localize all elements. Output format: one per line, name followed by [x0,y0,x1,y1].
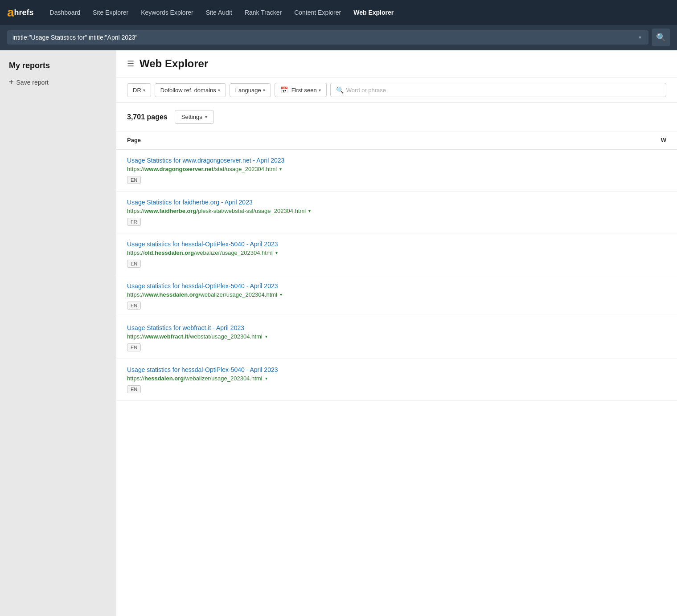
nav-keywords-explorer[interactable]: Keywords Explorer [135,5,199,20]
result-url-4[interactable]: https://www.hessdalen.org/webalizer/usag… [127,291,277,298]
result-url-path-2: /plesk-stat/webstat-ssl/usage_202304.htm… [197,208,306,214]
result-url-6[interactable]: https://hessdalen.org/webalizer/usage_20… [127,375,263,382]
logo[interactable]: a hrefs [7,6,34,19]
result-url-path-1: /stat/usage_202304.html [213,166,277,172]
result-item-3: Usage statistics for hessdal-OptiPlex-50… [116,233,677,275]
settings-chevron: ▾ [205,114,207,119]
result-url-2[interactable]: https://www.faidherbe.org/plesk-stat/web… [127,208,306,214]
filter-dofollow-chevron: ▾ [218,88,220,93]
settings-label: Settings [181,114,202,120]
result-lang-badge-5: EN [127,343,141,351]
nav-web-explorer[interactable]: Web Explorer [348,5,399,20]
result-title-3[interactable]: Usage statistics for hessdal-OptiPlex-50… [127,241,666,248]
nav-content-explorer[interactable]: Content Explorer [289,5,346,20]
result-url-prefix-2: https:// [127,208,144,214]
filter-first-seen[interactable]: 📅 First seen ▾ [275,83,327,97]
result-url-5[interactable]: https://www.webfract.it/webstat/usage_20… [127,333,263,340]
main-layout: My reports + Save report ☰ Web Explorer … [0,50,677,616]
result-url-dropdown-icon-5[interactable]: ▾ [265,334,267,339]
page-title: Web Explorer [140,57,208,70]
filter-dr-chevron: ▾ [143,88,145,93]
result-url-dropdown-icon-1[interactable]: ▾ [279,167,282,171]
filter-language[interactable]: Language ▾ [230,83,271,97]
result-url-path-5: /webstat/usage_202304.html [189,333,263,340]
sidebar: My reports + Save report [0,50,116,616]
result-url-prefix-6: https:// [127,375,144,382]
nav-site-explorer[interactable]: Site Explorer [87,5,134,20]
nav-rank-tracker[interactable]: Rank Tracker [239,5,287,20]
nav-dashboard[interactable]: Dashboard [45,5,86,20]
result-url-1[interactable]: https://www.dragongoserver.net/stat/usag… [127,166,277,172]
result-item-2: Usage Statistics for faidherbe.org - Apr… [116,192,677,233]
col-w-header: W [640,137,666,143]
results-list: Usage Statistics for www.dragongoserver.… [116,150,677,401]
result-lang-badge-4: EN [127,302,141,310]
result-url-path-3: /webalizer/usage_202304.html [194,249,272,256]
result-url-line-4: https://www.hessdalen.org/webalizer/usag… [127,291,666,298]
logo-hrefs: hrefs [14,8,34,16]
table-header: Page W [116,131,677,150]
result-url-line-1: https://www.dragongoserver.net/stat/usag… [127,166,666,172]
result-url-prefix-1: https:// [127,166,144,172]
result-lang-badge-3: EN [127,260,141,268]
filter-word-phrase[interactable]: 🔍 Word or phrase [330,83,666,97]
filter-first-seen-label: First seen [291,87,317,94]
filter-language-label: Language [235,87,261,94]
filters-bar: DR ▾ Dofollow ref. domains ▾ Language ▾ … [116,78,677,103]
result-item-4: Usage statistics for hessdal-OptiPlex-50… [116,275,677,317]
nav-site-audit[interactable]: Site Audit [201,5,238,20]
search-dropdown-icon[interactable]: ▾ [637,34,643,41]
result-title-2[interactable]: Usage Statistics for faidherbe.org - Apr… [127,199,666,206]
col-page-header: Page [127,137,640,143]
result-url-prefix-3: https:// [127,249,144,256]
result-url-path-6: /webalizer/usage_202304.html [184,375,262,382]
result-url-dropdown-icon-4[interactable]: ▾ [280,292,282,297]
nav-links: Dashboard Site Explorer Keywords Explore… [45,5,670,20]
results-count: 3,701 pages [127,113,168,121]
search-bar: intitle:"Usage Statistics for" intitle:"… [0,25,677,50]
search-query-text: intitle:"Usage Statistics for" intitle:"… [12,34,637,41]
result-item-6: Usage statistics for hessdal-OptiPlex-50… [116,359,677,401]
result-url-dropdown-icon-6[interactable]: ▾ [265,376,267,381]
save-report-label: Save report [16,79,49,86]
result-lang-badge-6: EN [127,385,141,393]
result-url-dropdown-icon-2[interactable]: ▾ [308,208,311,213]
result-lang-badge-1: EN [127,176,141,184]
save-report-button[interactable]: + Save report [9,78,107,87]
top-navigation: a hrefs Dashboard Site Explorer Keywords… [0,0,677,25]
result-url-path-4: /webalizer/usage_202304.html [199,291,277,298]
results-header: 3,701 pages Settings ▾ [116,103,677,131]
result-url-domain-4: www.hessdalen.org [144,291,199,298]
result-url-domain-6: hessdalen.org [144,375,184,382]
result-url-domain-5: www.webfract.it [144,333,188,340]
result-item-1: Usage Statistics for www.dragongoserver.… [116,150,677,192]
result-url-prefix-4: https:// [127,291,144,298]
sidebar-title: My reports [9,61,107,70]
result-title-4[interactable]: Usage statistics for hessdal-OptiPlex-50… [127,282,666,290]
filter-search-icon: 🔍 [336,86,344,94]
logo-a: a [7,6,14,19]
calendar-icon: 📅 [280,86,288,94]
result-url-domain-3: old.hessdalen.org [144,249,194,256]
search-button[interactable]: 🔍 [652,29,670,46]
content-header: ☰ Web Explorer [116,50,677,78]
result-url-domain-2: www.faidherbe.org [144,208,197,214]
filter-first-seen-chevron: ▾ [319,88,321,93]
result-title-6[interactable]: Usage statistics for hessdal-OptiPlex-50… [127,366,666,373]
result-url-dropdown-icon-3[interactable]: ▾ [275,250,278,255]
filter-word-phrase-placeholder: Word or phrase [346,87,386,94]
result-title-1[interactable]: Usage Statistics for www.dragongoserver.… [127,157,666,164]
search-icon: 🔍 [656,33,666,42]
result-url-3[interactable]: https://old.hessdalen.org/webalizer/usag… [127,249,273,256]
result-url-line-6: https://hessdalen.org/webalizer/usage_20… [127,375,666,382]
main-content: ☰ Web Explorer DR ▾ Dofollow ref. domain… [116,50,677,616]
result-title-5[interactable]: Usage Statistics for webfract.it - April… [127,324,666,331]
filter-dr[interactable]: DR ▾ [127,83,151,97]
search-input-wrapper[interactable]: intitle:"Usage Statistics for" intitle:"… [7,30,648,45]
result-url-line-3: https://old.hessdalen.org/webalizer/usag… [127,249,666,256]
filter-dofollow[interactable]: Dofollow ref. domains ▾ [155,83,226,97]
hamburger-icon[interactable]: ☰ [127,59,134,69]
result-url-domain-1: www.dragongoserver.net [144,166,213,172]
filter-dofollow-label: Dofollow ref. domains [160,87,216,94]
settings-button[interactable]: Settings ▾ [175,110,214,124]
